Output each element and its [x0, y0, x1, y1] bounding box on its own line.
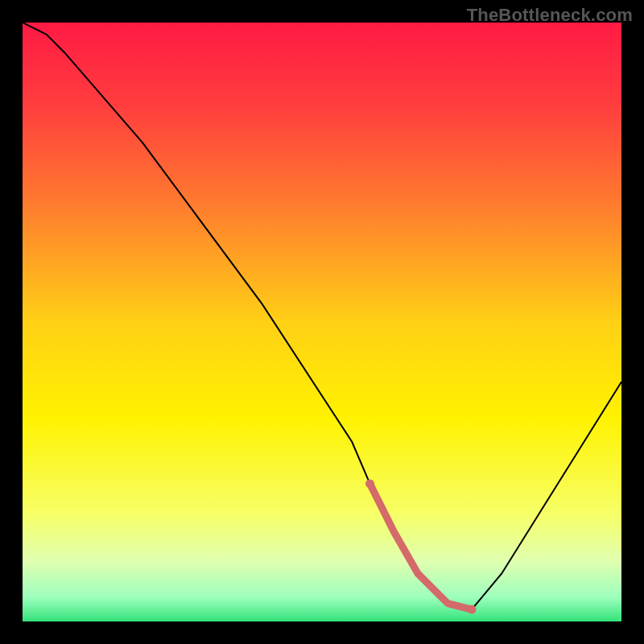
- chart-container: TheBottleneck.com: [0, 0, 644, 644]
- series-optimal-zone-highlight-endpoint: [365, 479, 374, 488]
- series-optimal-zone-highlight-endpoint: [468, 605, 477, 614]
- chart-plot-area: [23, 23, 621, 621]
- watermark-text: TheBottleneck.com: [467, 5, 633, 26]
- chart-svg: [23, 23, 621, 621]
- gradient-background: [23, 23, 621, 621]
